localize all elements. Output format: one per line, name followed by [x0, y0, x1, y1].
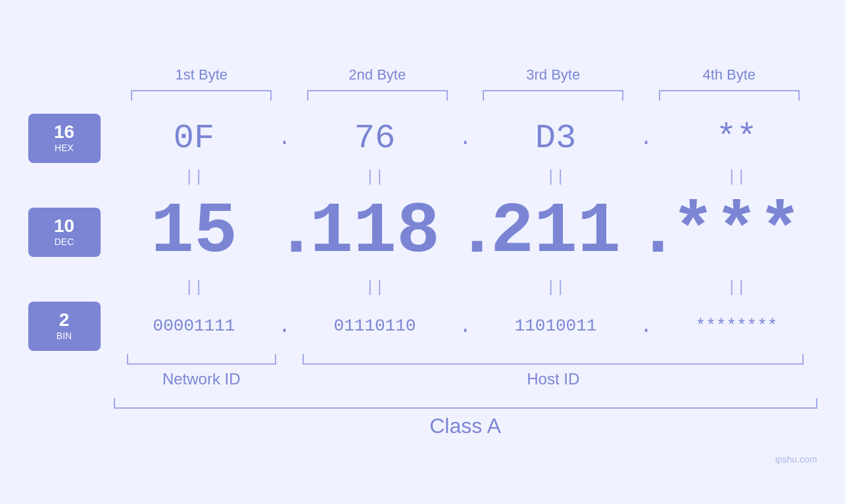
- dec-dot3: .: [637, 191, 656, 273]
- hex-byte4: **: [656, 119, 817, 158]
- bin-dot1: .: [275, 314, 295, 338]
- bin-dot2: .: [456, 314, 475, 338]
- top-bracket-4: [659, 90, 800, 101]
- class-section: Class A: [114, 398, 817, 438]
- dec-dot1: .: [275, 191, 295, 273]
- bin-byte1: 00001111: [114, 316, 275, 336]
- byte-header-2: 2nd Byte: [289, 66, 466, 83]
- network-bracket: [127, 354, 276, 365]
- eq1-b3: ||: [475, 163, 637, 191]
- dec-byte3: 211: [475, 196, 637, 268]
- top-bracket-3: [483, 90, 623, 101]
- class-bracket: [114, 398, 817, 409]
- bottom-labels: Network ID Host ID: [114, 370, 817, 388]
- bin-dot3: .: [637, 314, 656, 338]
- hex-values: 0F . 76 . D3 . **: [114, 119, 817, 158]
- bracket-cell-4: [641, 90, 817, 101]
- dec-byte1: 15: [114, 196, 275, 268]
- bracket-cell-1: [114, 90, 290, 101]
- host-id-label: Host ID: [289, 370, 817, 388]
- bottom-brackets: [114, 354, 817, 365]
- hex-row: 16 HEX 0F . 76 . D3 . **: [28, 114, 817, 163]
- eq1-b4: ||: [656, 163, 817, 191]
- hex-byte1: 0F: [114, 119, 275, 158]
- dec-label-box: 10 DEC: [28, 208, 101, 257]
- hex-byte3: D3: [475, 119, 637, 158]
- main-container: 1st Byte 2nd Byte 3rd Byte 4th Byte 16 H…: [28, 66, 817, 438]
- hex-number: 16: [54, 123, 74, 141]
- eq2-b1: ||: [114, 273, 275, 302]
- equals-row-2: || || || ||: [114, 273, 817, 302]
- byte-header-4: 4th Byte: [641, 66, 817, 83]
- bin-byte2: 01110110: [295, 316, 456, 336]
- top-bracket-1: [131, 90, 272, 101]
- equals-row-1: || || || ||: [114, 163, 817, 191]
- network-bracket-wrap: [114, 354, 290, 365]
- top-brackets: [114, 90, 817, 101]
- byte-header-1: 1st Byte: [114, 66, 290, 83]
- bin-byte4: ********: [656, 316, 817, 336]
- dec-byte2: 118: [295, 196, 456, 268]
- top-bracket-2: [307, 90, 448, 101]
- eq2-b3: ||: [475, 273, 637, 302]
- host-bracket: [302, 354, 804, 365]
- eq1-b1: ||: [114, 163, 275, 191]
- hex-byte2: 76: [295, 119, 456, 158]
- dec-text: DEC: [55, 237, 74, 247]
- bin-values: 00001111 . 01110110 . 11010011 . *******…: [114, 314, 817, 338]
- watermark: ipshu.com: [775, 454, 817, 465]
- bin-row: 2 BIN 00001111 . 01110110 . 11010011 . *…: [28, 302, 817, 351]
- eq2-b4: ||: [656, 273, 817, 302]
- bottom-section: Network ID Host ID: [114, 354, 817, 388]
- bin-text: BIN: [57, 331, 72, 341]
- byte-header-3: 3rd Byte: [466, 66, 642, 83]
- dec-row: 10 DEC 15 . 118 . 211 . ***: [28, 191, 817, 273]
- dec-dot2: .: [456, 191, 475, 273]
- hex-dot3: .: [637, 126, 656, 150]
- eq2-b2: ||: [295, 273, 456, 302]
- byte-headers: 1st Byte 2nd Byte 3rd Byte 4th Byte: [114, 66, 817, 83]
- bin-byte3: 11010011: [475, 316, 637, 336]
- bin-number: 2: [59, 311, 70, 329]
- hex-label-box: 16 HEX: [28, 114, 101, 163]
- class-label: Class A: [114, 414, 817, 438]
- host-bracket-wrap: [289, 354, 817, 365]
- bracket-cell-3: [466, 90, 642, 101]
- dec-values: 15 . 118 . 211 . ***: [114, 191, 817, 273]
- hex-text: HEX: [55, 143, 74, 153]
- hex-dot2: .: [456, 126, 475, 150]
- dec-byte4: ***: [656, 196, 817, 268]
- network-id-label: Network ID: [114, 370, 290, 388]
- bin-label-box: 2 BIN: [28, 302, 101, 351]
- bracket-cell-2: [289, 90, 466, 101]
- eq1-b2: ||: [295, 163, 456, 191]
- hex-dot1: .: [275, 126, 295, 150]
- dec-number: 10: [54, 217, 74, 235]
